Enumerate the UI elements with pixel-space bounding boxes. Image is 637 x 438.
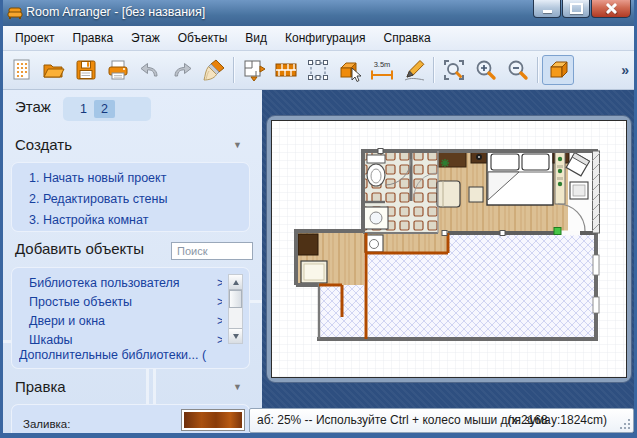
svg-text:3.5m: 3.5m <box>374 60 391 69</box>
window-opening[interactable] <box>593 297 599 313</box>
open-icon <box>42 58 66 82</box>
canvas-area <box>262 90 637 433</box>
new-project-button[interactable] <box>6 55 38 85</box>
walls-button[interactable] <box>270 55 302 85</box>
object-search-input[interactable] <box>171 242 253 260</box>
plant-cabinet[interactable] <box>438 152 466 167</box>
app-couch-icon <box>7 6 23 19</box>
paint-button[interactable] <box>198 55 230 85</box>
sink[interactable] <box>364 207 388 229</box>
library-item[interactable]: Простые объекты> <box>21 293 222 312</box>
arrow-up-icon <box>233 280 239 285</box>
active-handle[interactable] <box>554 228 561 235</box>
more-libraries-link[interactable]: Дополнительные библиотеки... ( <box>19 345 248 366</box>
toilet[interactable] <box>367 155 385 186</box>
scroll-down-button[interactable] <box>229 328 242 343</box>
toolbar-separator <box>233 57 235 83</box>
arrow-down-icon <box>233 334 239 339</box>
insert-object-icon <box>338 58 362 82</box>
minimize-button[interactable] <box>533 0 561 18</box>
library-item[interactable]: Библиотека пользователя> <box>21 274 222 293</box>
zoom-out-icon <box>506 58 530 82</box>
zoom-fit-button[interactable] <box>438 55 470 85</box>
cursor-coordinates: (x:2168 y:1824cm) <box>508 413 607 427</box>
zoom-out-button[interactable] <box>502 55 534 85</box>
app-window: Room Arranger - [без названия] Проект Пр… <box>0 0 637 438</box>
plan-canvas[interactable] <box>272 121 626 377</box>
corridor-cabinet[interactable] <box>298 234 318 255</box>
zoom-in-button[interactable] <box>470 55 502 85</box>
armchair[interactable] <box>437 181 460 207</box>
status-bar: аб: 25% -- Используйте Ctrl + колесо мыш… <box>249 408 634 433</box>
zoom-fit-icon <box>442 58 466 82</box>
library-item[interactable]: Двери и окна> <box>21 312 222 331</box>
scroll-thumb[interactable] <box>229 290 242 308</box>
section-add-objects-title: Добавить объекты <box>15 240 144 257</box>
create-step-2[interactable]: 2. Редактировать стены <box>29 189 250 210</box>
corridor-table[interactable] <box>301 261 327 283</box>
redo-button[interactable] <box>166 55 198 85</box>
libraries-panel: Библиотека пользователя> Простые объекты… <box>11 267 250 369</box>
draw-button[interactable] <box>398 55 430 85</box>
library-item[interactable]: Шкафы> <box>21 331 222 344</box>
washer[interactable] <box>365 235 383 252</box>
scroll-up-button[interactable] <box>229 275 242 290</box>
window-title: Room Arranger - [без названия] <box>26 5 205 19</box>
collapse-edit-icon[interactable]: ▼ <box>233 382 242 392</box>
close-icon <box>606 3 617 14</box>
menu-project[interactable]: Проект <box>6 28 64 48</box>
redo-icon <box>170 58 194 82</box>
floor-plan-export-button[interactable] <box>238 55 270 85</box>
menu-floor[interactable]: Этаж <box>122 28 169 48</box>
collapse-create-icon[interactable]: ▼ <box>233 140 242 150</box>
undo-button[interactable] <box>134 55 166 85</box>
plan-frame <box>266 115 632 383</box>
chair[interactable] <box>570 182 588 199</box>
draw-icon <box>402 58 426 82</box>
floor-plan[interactable] <box>272 121 626 377</box>
menu-objects[interactable]: Объекты <box>169 28 237 48</box>
window-opening[interactable] <box>593 255 599 275</box>
new-project-icon <box>10 58 34 82</box>
shelf-strip[interactable] <box>555 152 565 204</box>
libraries-scrollbar[interactable] <box>228 274 243 344</box>
menu-view[interactable]: Вид <box>236 28 276 48</box>
measure-button[interactable]: 3.5m <box>366 55 398 85</box>
hatched-wall[interactable] <box>592 151 600 233</box>
view-3d-icon <box>546 58 570 82</box>
toolbar: 3.5m <box>0 51 637 90</box>
resize-grip-icon[interactable] <box>620 419 630 429</box>
create-step-1[interactable]: 1. Начать новый проект <box>29 168 250 189</box>
floor-label: Этаж <box>15 98 51 115</box>
toolbar-overflow-button[interactable]: » <box>621 62 629 78</box>
side-table[interactable] <box>469 187 483 202</box>
insert-object-button[interactable] <box>334 55 366 85</box>
menu-edit[interactable]: Правка <box>64 28 123 48</box>
libraries-list: Библиотека пользователя> Простые объекты… <box>21 274 222 344</box>
print-button[interactable] <box>102 55 134 85</box>
fill-color-swatch[interactable] <box>181 409 245 431</box>
bed[interactable] <box>487 151 553 205</box>
save-icon <box>74 58 98 82</box>
paint-icon <box>202 58 226 82</box>
chevron-right-icon: > <box>217 293 222 312</box>
maximize-button[interactable] <box>562 0 590 18</box>
sidebar: Этаж 1 2 Создать ▼ 1. Начать новый проек… <box>3 90 262 433</box>
chevron-right-icon: > <box>217 312 222 331</box>
select-objects-button[interactable] <box>302 55 334 85</box>
menu-help[interactable]: Справка <box>375 28 440 48</box>
create-step-3[interactable]: 3. Настройка комнат <box>29 210 250 231</box>
title-bar[interactable]: Room Arranger - [без названия] <box>0 0 637 27</box>
open-button[interactable] <box>38 55 70 85</box>
close-button[interactable] <box>591 0 631 18</box>
menu-configuration[interactable]: Конфигурация <box>276 28 375 48</box>
floor-tab-1[interactable]: 1 <box>73 100 94 118</box>
measure-icon: 3.5m <box>369 58 395 82</box>
create-panel: 1. Начать новый проект 2. Редактировать … <box>11 162 250 232</box>
walls-icon <box>274 58 298 82</box>
menu-bar: Проект Правка Этаж Объекты Вид Конфигура… <box>0 26 637 51</box>
floor-tab-2[interactable]: 2 <box>94 100 115 118</box>
view-3d-button[interactable] <box>542 55 574 85</box>
save-button[interactable] <box>70 55 102 85</box>
wood-fill-preview <box>184 412 242 428</box>
